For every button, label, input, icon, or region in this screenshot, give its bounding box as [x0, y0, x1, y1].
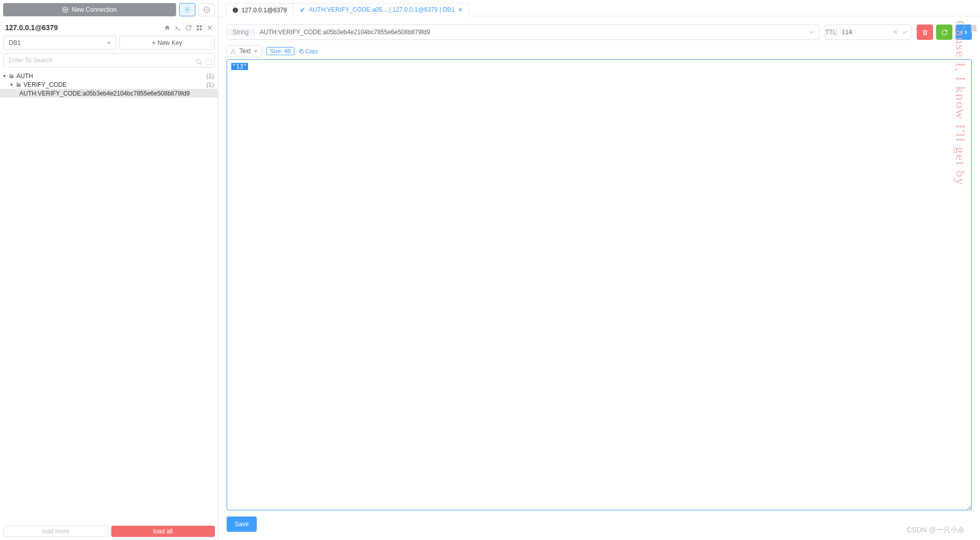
svg-point-3	[186, 9, 188, 11]
ttl-label: TTL	[825, 29, 837, 36]
tab-bar: 127.0.0.1@6379 AUTH:VERIFY_CODE:a05... |…	[218, 0, 980, 16]
db-select[interactable]: DB1	[3, 36, 116, 50]
connection-toolbar-icons	[164, 25, 213, 31]
size-badge: Size: 4B	[266, 47, 295, 55]
svg-rect-8	[200, 28, 202, 30]
load-more-button[interactable]: load more	[3, 526, 108, 537]
new-connection-button[interactable]: New Connection	[3, 3, 176, 16]
search-suffix	[195, 58, 212, 65]
grid-icon[interactable]	[196, 25, 203, 31]
ttl-wrapper: TTL ✕	[825, 25, 912, 40]
svg-rect-16	[234, 52, 235, 53]
key-row: String TTL ✕	[227, 25, 972, 40]
new-key-button[interactable]: + New Key	[119, 36, 215, 50]
close-icon[interactable]	[207, 25, 213, 31]
copy-icon	[299, 49, 304, 54]
svg-rect-7	[197, 28, 199, 30]
svg-rect-11	[235, 10, 236, 12]
value-textarea[interactable]: "13"	[227, 59, 972, 510]
svg-point-12	[235, 8, 235, 9]
svg-rect-14	[232, 49, 234, 50]
code-icon	[960, 29, 967, 36]
tab-status-label: 127.0.0.1@6379	[241, 7, 287, 14]
key-type-label: String	[227, 29, 255, 36]
tree-node-count: (1)	[206, 81, 214, 88]
copy-label: Copy	[305, 48, 318, 54]
chevron-down-icon[interactable]	[809, 30, 814, 35]
tree-node-key[interactable]: AUTH:VERIFY_CODE:a05b3eb4e2104bc7855e6e5…	[0, 89, 218, 98]
tree-node-label: AUTH:VERIFY_CODE:a05b3eb4e2104bc7855e6e5…	[19, 90, 214, 97]
exact-match-checkbox[interactable]	[206, 59, 212, 65]
clear-icon[interactable]: ✕	[893, 29, 898, 36]
folder-open-icon	[8, 73, 15, 79]
tree-node-label: AUTH	[16, 73, 206, 80]
code-button[interactable]	[955, 25, 972, 40]
refresh-icon[interactable]	[185, 25, 192, 31]
key-tree: ▾ AUTH (1) ▾ VERIFY_CODE (1) AUTH:VERIFY…	[0, 71, 218, 523]
plus-icon: +	[152, 39, 156, 46]
clock-icon	[203, 6, 210, 13]
search-row	[0, 53, 218, 71]
search-input[interactable]	[3, 53, 215, 67]
tab-key-label: AUTH:VERIFY_CODE:a05... | 127.0.0.1@6379…	[309, 6, 455, 13]
hierarchy-icon	[230, 49, 236, 54]
format-row: Text Size: 4B Copy	[227, 45, 972, 57]
refresh-icon	[941, 29, 948, 36]
view-mode-select[interactable]: Text	[227, 45, 262, 57]
chevron-down-icon: ▾	[3, 73, 8, 79]
tree-node-count: (1)	[206, 73, 214, 80]
svg-rect-15	[231, 52, 232, 53]
svg-rect-6	[200, 25, 202, 27]
key-action-buttons	[917, 25, 972, 40]
folder-open-icon	[15, 82, 22, 88]
copy-button[interactable]: Copy	[299, 48, 318, 54]
sidebar-footer: load more load all	[0, 523, 218, 540]
trash-icon	[922, 29, 928, 36]
value-content: "13"	[231, 63, 248, 70]
connection-selectors: DB1 + New Key	[0, 36, 218, 53]
refresh-button[interactable]	[936, 25, 952, 40]
gear-icon	[184, 6, 191, 13]
connection-header: 127.0.0.1@6379	[0, 19, 218, 36]
new-key-label: New Key	[158, 39, 182, 46]
db-select-value: DB1	[9, 39, 20, 46]
svg-point-13	[301, 10, 303, 12]
chevron-down-icon: ▾	[10, 82, 15, 87]
key-editor: String TTL ✕	[218, 16, 980, 540]
check-icon[interactable]	[902, 29, 908, 35]
plus-circle-icon	[62, 7, 68, 13]
search-icon[interactable]	[195, 58, 203, 65]
terminal-icon[interactable]	[175, 25, 181, 31]
info-icon	[232, 7, 238, 13]
load-all-button[interactable]: load all	[111, 526, 215, 537]
key-field-wrapper: String	[227, 25, 820, 40]
tree-node-label: VERIFY_CODE	[23, 81, 206, 88]
new-connection-label: New Connection	[71, 6, 116, 13]
delete-button[interactable]	[917, 25, 933, 40]
key-input[interactable]	[255, 29, 819, 36]
close-icon[interactable]: ✕	[458, 7, 462, 13]
key-icon	[300, 7, 306, 13]
log-button[interactable]	[199, 3, 215, 16]
main-panel: 127.0.0.1@6379 AUTH:VERIFY_CODE:a05... |…	[218, 0, 980, 540]
ttl-suffix: ✕	[893, 29, 908, 36]
format-select-value: Text	[239, 48, 251, 55]
connection-title: 127.0.0.1@6379	[5, 24, 58, 32]
svg-rect-5	[197, 25, 199, 27]
tree-node-verify-code[interactable]: ▾ VERIFY_CODE (1)	[0, 80, 218, 89]
tab-status[interactable]: 127.0.0.1@6379	[226, 3, 293, 16]
tree-node-auth[interactable]: ▾ AUTH (1)	[0, 72, 218, 80]
tab-key[interactable]: AUTH:VERIFY_CODE:a05... | 127.0.0.1@6379…	[293, 3, 469, 16]
save-button[interactable]: Save	[227, 516, 257, 532]
svg-point-9	[197, 59, 201, 63]
save-row: Save	[227, 516, 972, 532]
sidebar-top-buttons: New Connection	[0, 0, 218, 19]
home-icon[interactable]	[164, 25, 170, 31]
settings-button[interactable]	[179, 3, 195, 16]
sidebar: New Connection 127.0.0.1@6379	[0, 0, 218, 540]
svg-rect-17	[301, 50, 304, 53]
